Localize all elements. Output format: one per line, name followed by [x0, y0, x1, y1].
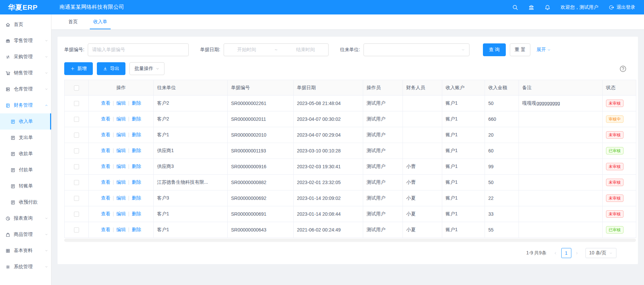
sidebar-item-income-bill[interactable]: 收入单 — [0, 113, 51, 130]
pagination-total: 1-9 共9条 — [526, 250, 546, 256]
current-page-button[interactable]: 1 — [561, 248, 571, 258]
sidebar-item-expense-bill[interactable]: 支出单 — [0, 130, 51, 146]
search-icon[interactable] — [512, 4, 518, 10]
row-checkbox[interactable] — [74, 180, 79, 185]
cell-operator: 测试用户 — [363, 190, 403, 206]
cell-status: 未审核 — [603, 127, 636, 143]
cell-finance-staff: 小曹 — [403, 175, 442, 190]
sidebar-item-purchase[interactable]: 采购管理 — [0, 49, 51, 65]
edit-link[interactable]: 编辑 — [116, 195, 126, 201]
cell-amount: 33 — [485, 206, 519, 222]
sidebar-item-system[interactable]: 系统管理 — [0, 259, 51, 275]
row-checkbox[interactable] — [74, 133, 79, 138]
row-checkbox[interactable] — [74, 148, 79, 153]
column-header: 操作 — [89, 80, 154, 96]
sidebar-item-sales[interactable]: 销售管理 — [0, 65, 51, 81]
tab-income-bill[interactable]: 收入单 — [88, 14, 113, 29]
partner-select[interactable] — [364, 43, 469, 56]
row-checkbox[interactable] — [74, 101, 79, 106]
sidebar-item-receipt-bill[interactable]: 收款单 — [0, 146, 51, 162]
view-link[interactable]: 查看 — [101, 116, 110, 121]
row-checkbox[interactable] — [74, 117, 79, 122]
row-checkbox[interactable] — [74, 164, 79, 169]
cell-finance-staff: 小夏 — [403, 222, 442, 238]
help-icon[interactable] — [619, 65, 627, 72]
top-bar: 华夏ERP 南通某某网络科技有限公司 欢迎您，测试用户 退出登录 — [0, 0, 644, 14]
date-range-input[interactable]: 开始时间 ~ 结束时间 — [224, 43, 329, 56]
row-checkbox[interactable] — [74, 227, 79, 233]
delete-link[interactable]: 删除 — [132, 227, 141, 232]
export-button[interactable]: 导出 — [97, 62, 125, 75]
next-page-button[interactable] — [573, 248, 581, 258]
sidebar-item-transfer-bill[interactable]: 转账单 — [0, 178, 51, 194]
sidebar-item-label: 收入单 — [19, 118, 33, 124]
edit-link[interactable]: 编辑 — [116, 227, 126, 232]
column-header: 备注 — [519, 80, 603, 96]
delete-link[interactable]: 删除 — [132, 211, 141, 216]
delete-link[interactable]: 删除 — [132, 116, 141, 121]
table-row: 查看|编辑|删除江苏德鲁生物科技有限...SR000000008822023-0… — [65, 175, 636, 190]
cell-actions: 查看|编辑|删除 — [89, 175, 154, 190]
sidebar-item-basic[interactable]: 基本资料 — [0, 243, 51, 259]
edit-link[interactable]: 编辑 — [116, 132, 126, 137]
sidebar-item-payment-bill[interactable]: 付款单 — [0, 162, 51, 178]
batch-button-label: 批量操作 — [135, 66, 153, 72]
sidebar-item-goods[interactable]: 商品管理 — [0, 226, 51, 243]
view-link[interactable]: 查看 — [101, 148, 110, 153]
column-header: 单据编号 — [228, 80, 294, 96]
chevron-up-icon — [45, 104, 48, 107]
reset-button[interactable]: 重 置 — [510, 43, 531, 56]
prev-page-button[interactable] — [551, 248, 560, 258]
horizontal-scrollbar[interactable] — [64, 239, 636, 242]
sidebar-item-label: 零售管理 — [14, 38, 33, 44]
cell-actions: 查看|编辑|删除 — [89, 222, 154, 238]
sidebar-item-retail[interactable]: 零售管理 — [0, 33, 51, 49]
company-name: 南通某某网络科技有限公司 — [60, 4, 124, 11]
expand-link[interactable]: 展开 — [536, 47, 551, 53]
sidebar-item-finance[interactable]: 财务管理 — [0, 97, 51, 113]
edit-link[interactable]: 编辑 — [116, 148, 126, 153]
view-link[interactable]: 查看 — [101, 100, 110, 106]
table-row: 查看|编辑|删除客户3SR000000006922023-01-14 20:09… — [65, 190, 636, 206]
delete-link[interactable]: 删除 — [132, 100, 141, 106]
cell-remark — [519, 175, 603, 190]
sidebar-item-warehouse[interactable]: 仓库管理 — [0, 81, 51, 97]
toolbar: 新增 导出 批量操作 — [62, 62, 634, 80]
view-link[interactable]: 查看 — [101, 211, 110, 216]
sidebar-item-home[interactable]: 首页 — [0, 16, 51, 33]
view-link[interactable]: 查看 — [101, 195, 110, 201]
batch-operation-button[interactable]: 批量操作 — [129, 62, 164, 75]
row-checkbox[interactable] — [74, 196, 79, 201]
cell-status: 审核中 — [603, 111, 636, 127]
row-checkbox[interactable] — [74, 212, 79, 217]
edit-link[interactable]: 编辑 — [116, 100, 126, 106]
view-link[interactable]: 查看 — [101, 132, 110, 137]
add-button[interactable]: 新增 — [64, 62, 93, 75]
select-all-checkbox[interactable] — [74, 85, 79, 91]
bill-no-input[interactable]: 请输入单据编号 — [88, 43, 189, 56]
cell-remark — [519, 127, 603, 143]
delete-link[interactable]: 删除 — [132, 195, 141, 201]
delete-link[interactable]: 删除 — [132, 179, 141, 185]
sidebar-item-advance-receipt[interactable]: 收预付款 — [0, 194, 51, 210]
view-link[interactable]: 查看 — [101, 227, 110, 232]
delete-link[interactable]: 删除 — [132, 148, 141, 153]
bank-icon[interactable] — [528, 4, 534, 10]
delete-link[interactable]: 删除 — [132, 132, 141, 137]
edit-link[interactable]: 编辑 — [116, 116, 126, 121]
sidebar-item-report[interactable]: 报表查询 — [0, 210, 51, 226]
edit-link[interactable]: 编辑 — [116, 211, 126, 216]
delete-link[interactable]: 删除 — [132, 164, 141, 169]
logout-button[interactable]: 退出登录 — [608, 4, 635, 10]
tab-home[interactable]: 首页 — [63, 14, 83, 29]
page-size-select[interactable]: 10 条/页 — [585, 248, 616, 258]
edit-link[interactable]: 编辑 — [116, 164, 126, 169]
chevron-down-icon — [609, 251, 613, 255]
view-link[interactable]: 查看 — [101, 179, 110, 185]
table-row: 查看|编辑|删除客户2SR000000020112023-04-07 00:30… — [65, 111, 636, 127]
sidebar-item-label: 支出单 — [19, 135, 33, 141]
bell-icon[interactable] — [544, 4, 551, 10]
search-button[interactable]: 查 询 — [483, 43, 506, 56]
view-link[interactable]: 查看 — [101, 164, 110, 169]
edit-link[interactable]: 编辑 — [116, 179, 126, 185]
